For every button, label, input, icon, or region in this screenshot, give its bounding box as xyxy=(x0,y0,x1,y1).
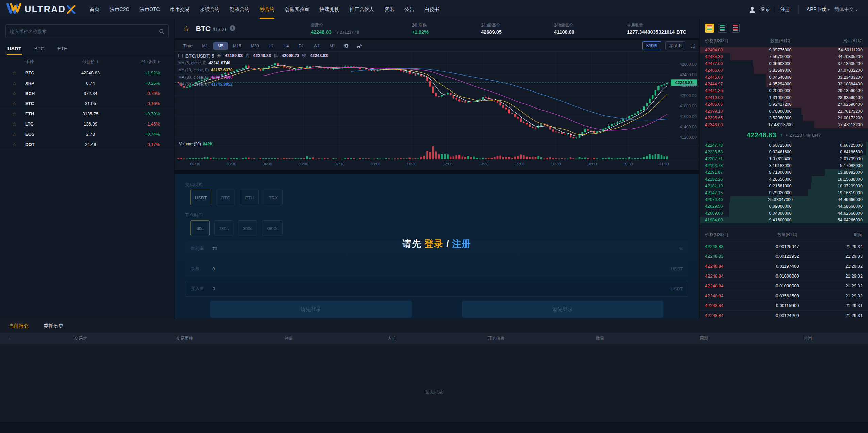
orderbook-bid-row[interactable]: 42182.264.2665600018.15638000 xyxy=(700,176,868,183)
star-icon[interactable]: ☆ xyxy=(12,132,25,137)
nav-item-7[interactable]: 秒合约 xyxy=(255,0,280,19)
trade-price: 42248.84 xyxy=(705,303,753,308)
search-icon[interactable] xyxy=(159,29,164,34)
star-icon[interactable]: ☆ xyxy=(12,121,25,127)
orderbook-bid-row[interactable]: 42193.783.161830005.17982000 xyxy=(700,162,868,169)
search-input[interactable] xyxy=(6,29,159,34)
orderbook-ask-row[interactable]: 42466.003.8359900037.07032200 xyxy=(700,67,868,74)
interval-m1-9[interactable]: M1 xyxy=(325,42,339,50)
user-icon[interactable] xyxy=(749,6,756,13)
coin-price: 42248.83 xyxy=(60,70,121,76)
orderbook-bid-row[interactable]: 42029.500.0900000044.58666000 xyxy=(700,203,868,210)
orderbook-bid-row[interactable]: 42070.4025.3304700044.49666000 xyxy=(700,196,868,203)
favorite-star-icon[interactable]: ☆ xyxy=(183,24,190,33)
orderbook-ask-row[interactable]: 42395.653.5206000021.00173200 xyxy=(700,115,868,121)
orderbook-bid-row[interactable]: 42207.711.376124002.01799000 xyxy=(700,155,868,162)
star-icon[interactable]: ☆ xyxy=(12,101,25,106)
orderbook-bid-row[interactable]: 42247.780.607250000.60725000 xyxy=(700,142,868,149)
interval-h1-5[interactable]: H1 xyxy=(264,42,279,50)
orderbook-bids-toggle[interactable] xyxy=(718,24,727,33)
overlay-login-link[interactable]: 登录 xyxy=(424,239,444,249)
nav-item-9[interactable]: 快速兑换 xyxy=(315,0,345,19)
coin-change: +1.92% xyxy=(121,70,167,76)
orderbook-bid-row[interactable]: 42191.878.7100000013.88982000 xyxy=(700,169,868,176)
depth-view-button[interactable]: 深度图 xyxy=(665,41,686,50)
ob-qty: 0.04548800 xyxy=(749,75,812,80)
nav-item-11[interactable]: 资讯 xyxy=(379,0,399,19)
nav-item-12[interactable]: 公告 xyxy=(399,0,419,19)
indicator-icon[interactable] xyxy=(356,44,362,48)
interval-w1-8[interactable]: W1 xyxy=(309,42,324,50)
interval-m30-4[interactable]: M30 xyxy=(246,42,263,50)
orderbook-bid-row[interactable]: 42147.150.7932000019.16619000 xyxy=(700,189,868,196)
orderbook-ask-row[interactable]: 42343.0017.4811320017.48113200 xyxy=(700,121,868,128)
orderbook-ask-row[interactable]: 42410.001.3100000028.93590400 xyxy=(700,94,868,101)
coin-row-eos[interactable]: ☆EOS2.78+0.74% xyxy=(0,129,174,139)
orderbook-bid-row[interactable]: 41984.009.4160000054.04266000 xyxy=(700,217,868,223)
star-icon[interactable]: ☆ xyxy=(12,70,25,76)
overlay-register-link[interactable]: 注册 xyxy=(452,239,471,249)
positions-tab-2[interactable]: 委托历史 xyxy=(44,323,63,329)
tab-eth[interactable]: ETH xyxy=(57,43,68,55)
orderbook-ask-row[interactable]: 42445.000.0454880033.23433200 xyxy=(700,74,868,81)
star-icon[interactable]: ☆ xyxy=(12,81,25,86)
orderbook-bid-row[interactable]: 42009.000.0400000044.62666000 xyxy=(700,210,868,217)
interval-m15-3[interactable]: M15 xyxy=(229,42,246,50)
coin-price: 372.34 xyxy=(60,91,121,96)
ob-qty: 7.56700000 xyxy=(749,54,812,59)
nav-item-3[interactable]: 法币OTC xyxy=(134,0,165,19)
register-link[interactable]: 注册 xyxy=(780,6,790,13)
kline-view-button[interactable]: K线图 xyxy=(642,41,661,50)
nav-item-4[interactable]: 币币交易 xyxy=(165,0,195,19)
nav-item-2[interactable]: 法币C2C xyxy=(104,0,134,19)
tab-btc[interactable]: BTC xyxy=(34,43,45,55)
info-icon[interactable]: i xyxy=(230,25,235,31)
coin-row-eth[interactable]: ☆ETH3135.75+0.70% xyxy=(0,109,174,119)
nav-item-8[interactable]: 创新实验室 xyxy=(280,0,315,19)
nav-item-13[interactable]: 白皮书 xyxy=(419,0,445,19)
nav-item-6[interactable]: 期权合约 xyxy=(225,0,255,19)
interval-h4-6[interactable]: H4 xyxy=(279,42,294,50)
brand-logo[interactable]: ULTRAD xyxy=(6,3,76,16)
orderbook-ask-row[interactable]: 42405.065.9241720027.62590400 xyxy=(700,101,868,108)
star-icon[interactable]: ☆ xyxy=(12,91,25,96)
tab-usdt[interactable]: USDT xyxy=(7,43,22,55)
interval-d1-7[interactable]: D1 xyxy=(294,42,308,50)
orderbook-ask-row[interactable]: 42444.974.0529400033.18884400 xyxy=(700,81,868,87)
interval-time-0[interactable]: Time xyxy=(179,42,197,50)
interval-m1-1[interactable]: M1 xyxy=(198,42,212,50)
orderbook-ask-row[interactable]: 42494.009.8977600054.60111200 xyxy=(700,47,868,53)
top-navbar: ULTRAD 首页法币C2C法币OTC币币交易永续合约期权合约秒合约创新实验室快… xyxy=(0,0,868,19)
fullscreen-icon[interactable]: ⛶ xyxy=(691,43,695,49)
coin-row-bch[interactable]: ☆BCH372.34-0.79% xyxy=(0,88,174,99)
language-selector[interactable]: 简体中文∨ xyxy=(834,6,858,13)
coin-row-xrp[interactable]: ☆XRP0.74+0.25% xyxy=(0,78,174,88)
orderbook-asks-toggle[interactable] xyxy=(731,24,740,33)
orderbook-bid-row[interactable]: 42235.580.034616000.64186600 xyxy=(700,149,868,155)
coin-row-dot[interactable]: ☆DOT24.46-0.17% xyxy=(0,139,174,150)
orderbook-both-toggle[interactable] xyxy=(705,24,714,33)
nav-item-5[interactable]: 永续合约 xyxy=(195,0,225,19)
orderbook-ask-row[interactable]: 42399.100.7000000021.70173200 xyxy=(700,108,868,115)
orderbook-ask-row[interactable]: 42421.350.2000000029.13590400 xyxy=(700,87,868,94)
nav-item-10[interactable]: 推广合伙人 xyxy=(345,0,380,19)
app-download-menu[interactable]: APP下载▾ xyxy=(807,6,830,13)
login-link[interactable]: 登录 xyxy=(761,6,770,13)
svg-text:41200.00: 41200.00 xyxy=(680,135,697,140)
star-icon[interactable]: ☆ xyxy=(12,111,25,117)
coin-row-ltc[interactable]: ☆LTC136.99-1.46% xyxy=(0,119,174,129)
coin-row-btc[interactable]: ☆BTC42248.83+1.92% xyxy=(0,68,174,78)
positions-tab-1[interactable]: 当前持仓 xyxy=(9,323,29,329)
col-price[interactable]: 最新价▲▼ xyxy=(60,59,121,65)
col-change[interactable]: 24h涨跌▲▼ xyxy=(121,59,167,65)
kline-chart[interactable]: 42248.8342600.0042400.0042200.0042000.00… xyxy=(175,52,699,170)
star-icon[interactable]: ☆ xyxy=(12,142,25,147)
nav-item-1[interactable]: 首页 xyxy=(84,0,104,19)
coin-row-etc[interactable]: ☆ETC31.95-0.16% xyxy=(0,99,174,109)
svg-text:09:00: 09:00 xyxy=(371,162,381,166)
orderbook-ask-row[interactable]: 42477.000.0660300037.13635200 xyxy=(700,60,868,67)
orderbook-ask-row[interactable]: 42485.397.5670000044.70335200 xyxy=(700,53,868,60)
orderbook-bid-row[interactable]: 42181.190.2166100018.37299000 xyxy=(700,183,868,189)
interval-m5-2[interactable]: M5 xyxy=(213,42,228,50)
chart-settings-gear-icon[interactable] xyxy=(344,43,349,48)
